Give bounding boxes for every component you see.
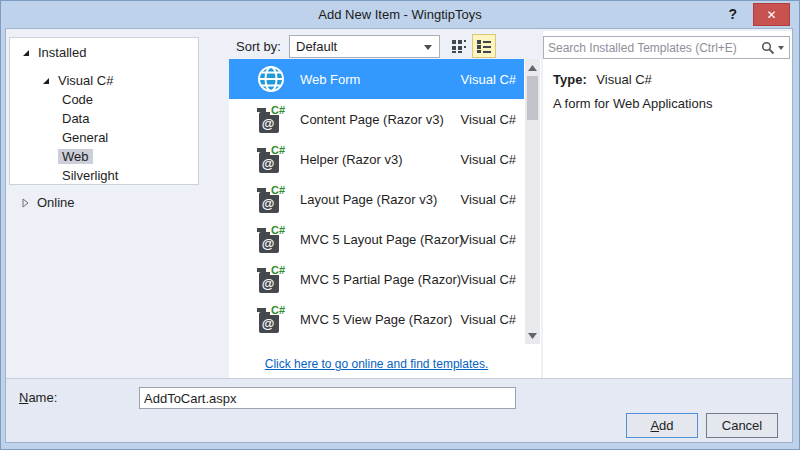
svg-text:@: @ — [262, 276, 275, 291]
globe-icon — [255, 63, 287, 95]
sort-dropdown[interactable]: Default — [289, 35, 440, 58]
razor-page-icon: @ C# — [255, 183, 287, 215]
template-language: Visual C# — [461, 272, 516, 287]
close-button[interactable]: ✕ — [753, 3, 790, 26]
sort-by-label: Sort by: — [236, 39, 281, 54]
expanded-triangle-icon — [20, 47, 32, 59]
template-language: Visual C# — [461, 232, 516, 247]
tree-node-silverlight[interactable]: Silverlight — [10, 166, 198, 185]
cancel-button[interactable]: Cancel — [706, 413, 778, 438]
template-language: Visual C# — [461, 312, 516, 327]
collapsed-triangle-icon — [19, 197, 31, 209]
svg-text:C#: C# — [271, 264, 285, 276]
name-input[interactable] — [139, 387, 516, 409]
tree-node-general[interactable]: General — [10, 128, 198, 147]
tree-node-online[interactable]: Online — [9, 193, 75, 212]
svg-text:C#: C# — [271, 184, 285, 196]
svg-text:@: @ — [262, 316, 275, 331]
svg-text:C#: C# — [271, 144, 285, 156]
razor-page-icon: @ C# — [255, 223, 287, 255]
template-item-layout-page[interactable]: @ C# Layout Page (Razor v3) Visual C# — [229, 179, 524, 219]
template-name: Helper (Razor v3) — [300, 152, 403, 167]
template-list: Web Form Visual C# @ C# Content Page (Ra… — [229, 59, 541, 378]
dialog-title: Add New Item - WingtipToys — [1, 7, 799, 22]
search-icons[interactable] — [761, 41, 784, 55]
type-value: Visual C# — [596, 72, 651, 87]
tree-node-label: Silverlight — [62, 168, 118, 183]
help-button[interactable]: ? — [728, 6, 737, 22]
search-box[interactable] — [543, 36, 790, 59]
svg-text:C#: C# — [271, 104, 285, 116]
svg-text:@: @ — [262, 196, 275, 211]
svg-text:@: @ — [262, 156, 275, 171]
add-button[interactable]: Add — [626, 413, 698, 438]
expanded-triangle-icon — [40, 75, 52, 87]
template-item-mvc5-view-page[interactable]: @ C# MVC 5 View Page (Razor) Visual C# — [229, 299, 524, 339]
name-label: Name: — [19, 390, 57, 405]
svg-text:C#: C# — [271, 224, 285, 236]
template-language: Visual C# — [461, 112, 516, 127]
tree-node-label: Online — [37, 195, 75, 210]
add-button-initial: A — [650, 418, 659, 433]
svg-text:@: @ — [262, 116, 275, 131]
go-online-link[interactable]: Click here to go online and find templat… — [265, 357, 488, 371]
dialog-content: Installed Visual C# Code Data General We… — [6, 29, 792, 442]
tree-node-label: Visual C# — [58, 73, 113, 88]
template-item-helper[interactable]: @ C# Helper (Razor v3) Visual C# — [229, 139, 524, 179]
chevron-down-icon — [778, 46, 784, 50]
installed-tree-panel: Installed Visual C# Code Data General We… — [9, 37, 199, 185]
type-label: Type: — [553, 72, 587, 87]
svg-text:C#: C# — [271, 304, 285, 316]
tree-node-visual-csharp[interactable]: Visual C# — [10, 71, 198, 90]
razor-page-icon: @ C# — [255, 103, 287, 135]
tree-node-label: Installed — [38, 45, 86, 60]
template-language: Visual C# — [461, 72, 516, 87]
tree-node-web[interactable]: Web — [10, 147, 198, 166]
template-name: MVC 5 Layout Page (Razor) — [300, 232, 463, 247]
chevron-down-icon — [424, 45, 432, 50]
list-view-icon — [476, 38, 492, 54]
scrollbar-thumb[interactable] — [527, 76, 538, 120]
template-name: MVC 5 View Page (Razor) — [300, 312, 452, 327]
add-new-item-dialog: Add New Item - WingtipToys ? ✕ Installed… — [0, 0, 800, 450]
search-input[interactable] — [544, 41, 761, 55]
template-list-scrollbar[interactable] — [525, 59, 540, 344]
template-item-mvc5-layout-page[interactable]: @ C# MVC 5 Layout Page (Razor) Visual C# — [229, 219, 524, 259]
tree-node-label-selected: Web — [58, 149, 93, 164]
template-name: Web Form — [300, 72, 360, 87]
razor-page-icon: @ C# — [255, 143, 287, 175]
template-item-content-page[interactable]: @ C# Content Page (Razor v3) Visual C# — [229, 99, 524, 139]
razor-page-icon: @ C# — [255, 263, 287, 295]
template-item-web-form[interactable]: Web Form Visual C# — [229, 59, 524, 99]
close-icon: ✕ — [766, 8, 776, 22]
name-label-rest: ame: — [28, 390, 57, 405]
template-name: MVC 5 Partial Page (Razor) — [300, 272, 461, 287]
tree-node-code[interactable]: Code — [10, 90, 198, 109]
tree-node-data[interactable]: Data — [10, 109, 198, 128]
tree-node-label: Code — [62, 92, 93, 107]
cancel-button-label: Cancel — [722, 418, 762, 433]
template-item-mvc5-partial-page[interactable]: @ C# MVC 5 Partial Page (Razor) Visual C… — [229, 259, 524, 299]
template-type-row: Type: Visual C# — [553, 72, 652, 87]
title-bar[interactable]: Add New Item - WingtipToys ? ✕ — [1, 1, 799, 29]
name-label-initial: N — [19, 390, 28, 405]
template-description: A form for Web Applications — [553, 96, 712, 111]
details-panel: Type: Visual C# A form for Web Applicati… — [543, 31, 792, 378]
list-view-button[interactable] — [472, 34, 496, 58]
footer-bar: Name: Add Cancel — [6, 378, 792, 442]
small-icons-grid-icon — [451, 38, 467, 54]
svg-text:@: @ — [262, 236, 275, 251]
tree-node-installed[interactable]: Installed — [10, 43, 198, 62]
scroll-up-icon[interactable] — [525, 60, 540, 75]
small-icons-view-button[interactable] — [447, 34, 471, 58]
sort-dropdown-value: Default — [296, 39, 337, 54]
search-icon — [761, 41, 775, 55]
template-language: Visual C# — [461, 152, 516, 167]
template-language: Visual C# — [461, 192, 516, 207]
template-name: Content Page (Razor v3) — [300, 112, 444, 127]
go-online-row: Click here to go online and find templat… — [229, 357, 524, 371]
template-name: Layout Page (Razor v3) — [300, 192, 437, 207]
tree-node-label: General — [62, 130, 108, 145]
scroll-down-icon[interactable] — [525, 328, 540, 343]
tree-node-label: Data — [62, 111, 89, 126]
